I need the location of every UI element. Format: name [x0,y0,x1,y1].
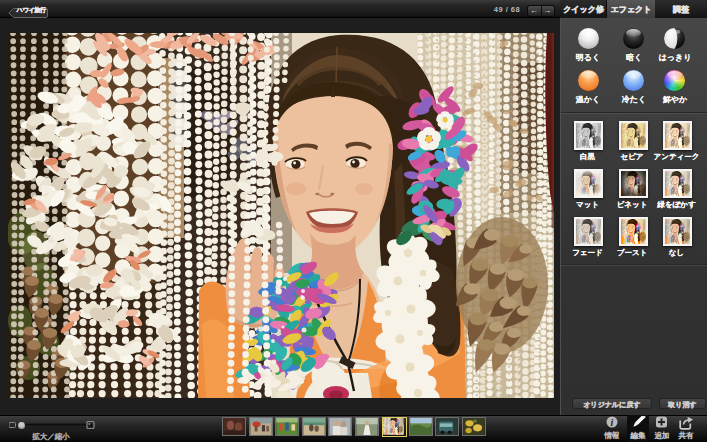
svg-text:i: i [611,417,614,428]
